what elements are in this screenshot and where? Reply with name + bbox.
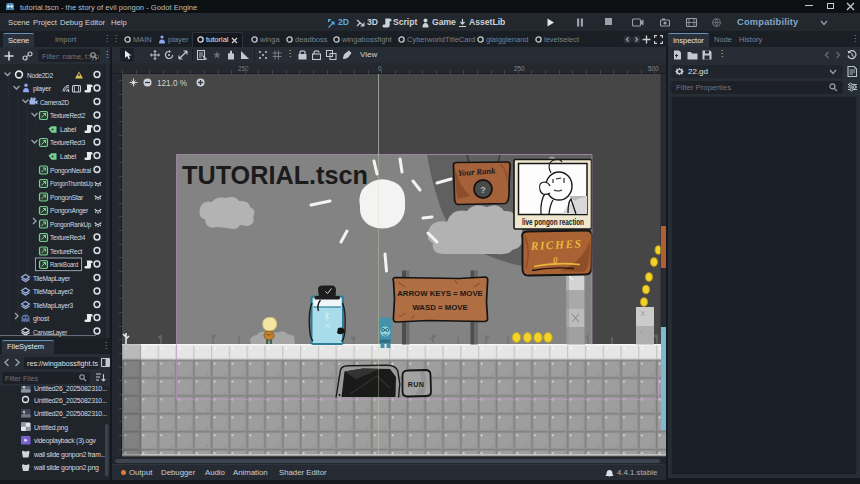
svg-text:player: player xyxy=(33,85,52,93)
svg-text:Label: Label xyxy=(60,126,77,133)
svg-text:Untitled26_2025082310...: Untitled26_2025082310... xyxy=(34,410,107,418)
svg-text:ghost: ghost xyxy=(33,315,49,323)
svg-text:?: ? xyxy=(480,185,486,195)
svg-text:live pongon reaction: live pongon reaction xyxy=(522,217,584,227)
svg-text:PongonAnger: PongonAnger xyxy=(50,207,89,215)
svg-text:Untitled26_2025082310...: Untitled26_2025082310... xyxy=(34,397,107,405)
svg-text:TextureRect4: TextureRect4 xyxy=(50,234,85,241)
svg-text:wall slide gonpon2.png: wall slide gonpon2.png xyxy=(33,464,99,472)
svg-text:ARROW KEYS = MOVE: ARROW KEYS = MOVE xyxy=(397,289,483,298)
svg-text:PongonThumbsUp: PongonThumbsUp xyxy=(50,180,93,188)
svg-text:PongonStar: PongonStar xyxy=(50,194,84,202)
svg-text:TextureRect: TextureRect xyxy=(50,248,82,255)
svg-text:TextureRect2: TextureRect2 xyxy=(50,112,85,119)
svg-text:RankBoard: RankBoard xyxy=(50,261,78,268)
svg-text:TUTORIAL.tscn: TUTORIAL.tscn xyxy=(182,160,368,190)
svg-text:RUN: RUN xyxy=(408,381,424,389)
svg-text:Untitled26_2025082310...: Untitled26_2025082310... xyxy=(34,386,107,393)
svg-text:TextureRect3: TextureRect3 xyxy=(50,139,85,146)
svg-text:TileMapLayer2: TileMapLayer2 xyxy=(33,288,73,296)
svg-text:videoplayback (3).ogv: videoplayback (3).ogv xyxy=(34,437,97,445)
svg-text:WASD = MOVE: WASD = MOVE xyxy=(412,303,467,312)
svg-text:TileMapLayer: TileMapLayer xyxy=(33,275,71,283)
svg-text:Untitled.png: Untitled.png xyxy=(34,424,68,432)
svg-text:wall slide gonpon2 fram...: wall slide gonpon2 fram... xyxy=(33,451,106,459)
svg-text:TileMapLayer3: TileMapLayer3 xyxy=(33,302,73,310)
svg-text:121.0 %: 121.0 % xyxy=(157,79,187,88)
svg-text:Label: Label xyxy=(60,153,77,160)
svg-text:Camera2D: Camera2D xyxy=(40,99,69,106)
svg-text:PongonNeutral: PongonNeutral xyxy=(50,167,92,175)
svg-text:PongonRankUp: PongonRankUp xyxy=(50,221,91,229)
svg-text:Node2D2: Node2D2 xyxy=(27,72,53,79)
